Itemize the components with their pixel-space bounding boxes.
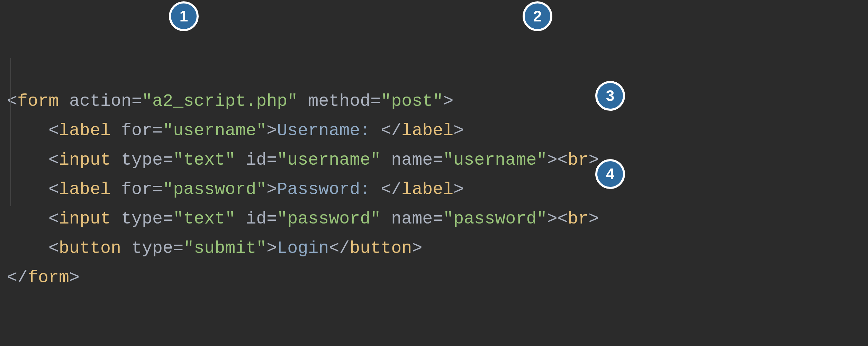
indent-guide — [10, 58, 11, 206]
code-line-7: </form> — [7, 268, 80, 288]
code-line-1: <form action="a2_script.php" method="pos… — [7, 91, 453, 111]
annotation-badge-4: 4 — [595, 159, 625, 189]
code-line-4: <label for="password">Password: </label> — [7, 180, 464, 199]
code-line-6: <button type="submit">Login</button> — [7, 238, 422, 258]
annotation-badge-3: 3 — [595, 81, 625, 111]
code-line-2: <label for="username">Username: </label> — [7, 121, 464, 140]
code-line-3: <input type="text" id="username" name="u… — [7, 150, 599, 170]
annotation-badge-2: 2 — [523, 1, 552, 31]
code-snippet: <form action="a2_script.php" method="pos… — [0, 0, 868, 299]
annotation-badge-1: 1 — [169, 1, 199, 31]
code-line-5: <input type="text" id="password" name="p… — [7, 209, 599, 229]
